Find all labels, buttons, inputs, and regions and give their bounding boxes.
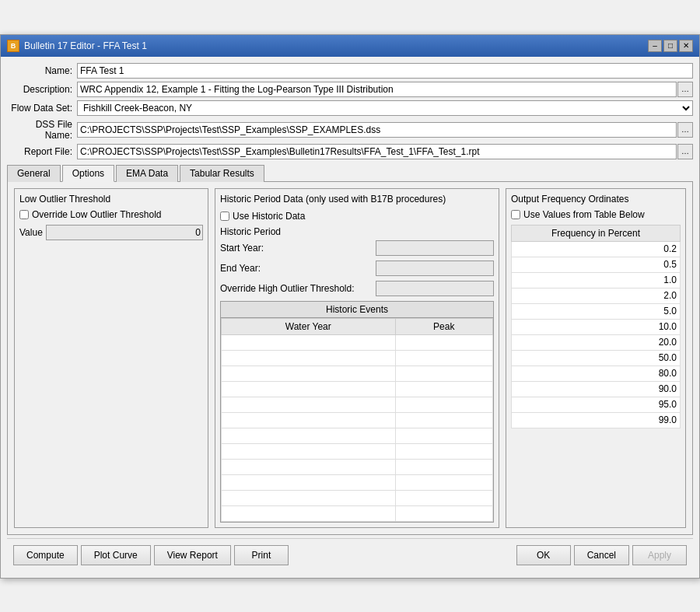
override-high-outlier-input[interactable] <box>376 281 494 296</box>
options-grid: Low Outlier Threshold Override Low Outli… <box>14 188 686 528</box>
peak-cell <box>395 397 492 412</box>
main-content: Name: Description: … Flow Data Set: Fish… <box>1 57 699 578</box>
frequency-value: 1.0 <box>512 272 681 288</box>
peak-cell <box>395 459 492 474</box>
list-item: 0.5 <box>512 257 681 272</box>
freq-table-header-row: Frequency in Percent <box>512 225 681 241</box>
use-values-from-table-checkbox[interactable] <box>511 210 520 219</box>
report-file-group: … <box>77 144 693 159</box>
description-browse-button[interactable]: … <box>677 82 693 97</box>
name-input[interactable] <box>77 63 693 79</box>
app-icon-label: B <box>11 42 16 50</box>
use-historic-data-row: Use Historic Data <box>220 211 494 222</box>
end-year-row: End Year: <box>220 261 494 276</box>
use-values-from-table-label: Use Values from Table Below <box>523 209 645 220</box>
override-outlier-row: Override Low Outlier Threshold <box>19 209 203 220</box>
list-item: 99.0 <box>512 412 681 428</box>
water-year-cell <box>222 459 396 474</box>
list-item: 1.0 <box>512 272 681 288</box>
freq-table-body: 0.20.51.02.05.010.020.050.080.090.095.09… <box>512 241 681 428</box>
table-row <box>222 505 493 521</box>
value-label: Value <box>19 227 43 238</box>
frequency-value: 5.0 <box>512 303 681 319</box>
peak-cell <box>395 350 492 365</box>
water-year-cell <box>222 397 396 412</box>
use-historic-data-checkbox[interactable] <box>220 212 229 221</box>
main-window: B Bulletin 17 Editor - FFA Test 1 – □ ✕ … <box>0 34 700 579</box>
peak-cell <box>395 490 492 505</box>
tab-options[interactable]: Options <box>62 165 114 182</box>
override-low-outlier-checkbox[interactable] <box>19 210 29 219</box>
tab-content-options: Low Outlier Threshold Override Low Outli… <box>7 182 693 535</box>
list-item: 10.0 <box>512 319 681 334</box>
end-year-label: End Year: <box>220 263 376 274</box>
list-item: 95.0 <box>512 397 681 412</box>
apply-button[interactable]: Apply <box>632 545 687 565</box>
list-item: 20.0 <box>512 334 681 350</box>
compute-button[interactable]: Compute <box>13 545 78 565</box>
tab-tabular-results[interactable]: Tabular Results <box>180 165 264 182</box>
flow-data-set-select[interactable]: Fishkill Creek-Beacon, NY <box>77 100 693 116</box>
dss-file-browse-button[interactable]: … <box>677 122 693 138</box>
frequency-value: 0.2 <box>512 241 681 257</box>
water-year-cell <box>222 474 396 490</box>
peak-cell <box>395 443 492 459</box>
list-item: 2.0 <box>512 288 681 303</box>
frequency-value: 95.0 <box>512 397 681 412</box>
report-file-browse-button[interactable]: … <box>677 144 693 159</box>
table-row <box>222 365 493 381</box>
historic-period-label: Historic Period <box>220 226 494 237</box>
list-item: 80.0 <box>512 365 681 381</box>
window-title: Bulletin 17 Editor - FFA Test 1 <box>24 40 147 51</box>
report-file-row: Report File: … <box>7 144 693 159</box>
tab-ema-data[interactable]: EMA Data <box>116 165 178 182</box>
table-row <box>222 428 493 443</box>
tab-general[interactable]: General <box>7 165 61 182</box>
view-report-button[interactable]: View Report <box>154 545 231 565</box>
tab-bar: General Options EMA Data Tabular Results <box>7 164 693 182</box>
print-button[interactable]: Print <box>234 545 289 565</box>
table-row <box>222 350 493 365</box>
frequency-value: 90.0 <box>512 381 681 397</box>
list-item: 90.0 <box>512 381 681 397</box>
maximize-button[interactable]: □ <box>663 40 677 52</box>
water-year-cell <box>222 350 396 365</box>
start-year-input[interactable] <box>376 240 494 256</box>
close-button[interactable]: ✕ <box>679 40 693 52</box>
plot-curve-button[interactable]: Plot Curve <box>81 545 151 565</box>
water-year-cell <box>222 334 396 350</box>
left-button-group: Compute Plot Curve View Report Print <box>13 545 289 565</box>
value-row: Value <box>19 225 203 240</box>
bottom-bar: Compute Plot Curve View Report Print OK … <box>7 538 693 572</box>
table-row <box>222 412 493 428</box>
output-frequency-title: Output Frequency Ordinates <box>511 194 681 205</box>
table-row <box>222 474 493 490</box>
dss-file-label: DSS File Name: <box>7 119 77 141</box>
minimize-button[interactable]: – <box>648 40 662 52</box>
end-year-input[interactable] <box>376 261 494 276</box>
flow-data-set-row: Flow Data Set: Fishkill Creek-Beacon, NY <box>7 100 693 116</box>
name-row: Name: <box>7 63 693 79</box>
water-year-cell <box>222 412 396 428</box>
list-item: 5.0 <box>512 303 681 319</box>
table-row <box>222 397 493 412</box>
table-row <box>222 443 493 459</box>
name-label: Name: <box>7 65 77 76</box>
use-historic-data-label: Use Historic Data <box>233 211 305 222</box>
frequency-value: 80.0 <box>512 365 681 381</box>
dss-file-input[interactable] <box>77 122 677 138</box>
peak-cell <box>395 381 492 397</box>
cancel-button[interactable]: Cancel <box>574 545 629 565</box>
description-input[interactable] <box>77 82 677 97</box>
description-row: Description: … <box>7 82 693 97</box>
frequency-value: 10.0 <box>512 319 681 334</box>
peak-cell <box>395 365 492 381</box>
water-year-cell <box>222 428 396 443</box>
report-file-input[interactable] <box>77 144 677 159</box>
low-outlier-title: Low Outlier Threshold <box>19 194 203 205</box>
ok-button[interactable]: OK <box>516 545 571 565</box>
water-year-cell <box>222 505 396 521</box>
low-outlier-value-input[interactable] <box>46 225 203 240</box>
description-field-group: … <box>77 82 693 97</box>
water-year-cell <box>222 443 396 459</box>
